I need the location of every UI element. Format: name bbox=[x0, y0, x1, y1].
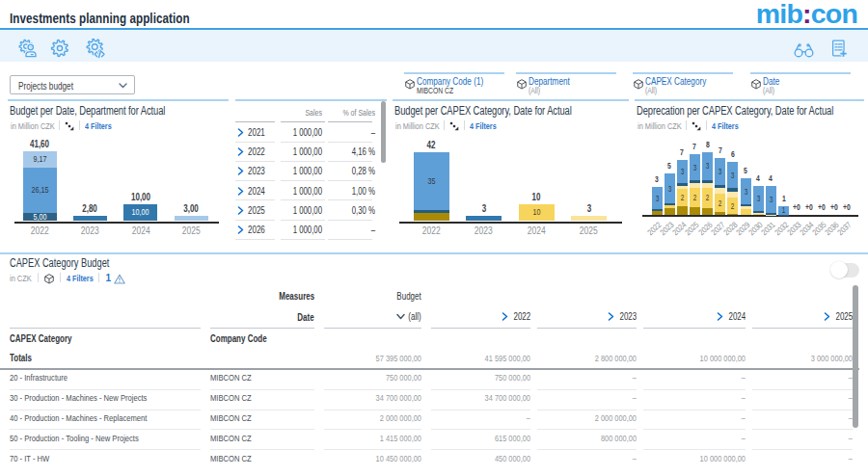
filter-token-capex-category[interactable]: CAPEX Category(All) bbox=[633, 72, 733, 97]
warning-count[interactable]: 1 bbox=[105, 273, 111, 283]
bar-segment[interactable] bbox=[753, 214, 764, 215]
add-form-icon[interactable] bbox=[830, 39, 847, 59]
user-settings-icon[interactable] bbox=[18, 39, 38, 58]
cube-icon[interactable] bbox=[44, 274, 54, 284]
bar-segment[interactable] bbox=[727, 214, 738, 215]
warning-icon[interactable] bbox=[114, 274, 125, 284]
developer-settings-icon[interactable] bbox=[86, 39, 106, 59]
bar-segment[interactable] bbox=[652, 209, 663, 211]
year-label: 2026 bbox=[248, 225, 265, 235]
row-expand-year[interactable]: 2024 bbox=[237, 186, 269, 197]
filter-value: (All) bbox=[645, 86, 657, 95]
year-column-header[interactable]: 2023 bbox=[537, 311, 637, 322]
bar-segment[interactable]: 35 bbox=[414, 152, 449, 210]
bar-value-label: 2 bbox=[678, 193, 686, 202]
bar-segment[interactable] bbox=[715, 188, 725, 195]
row-expand-year[interactable]: 2026 bbox=[237, 225, 269, 235]
bar-segment[interactable] bbox=[571, 216, 607, 221]
date-value[interactable]: (all) bbox=[324, 311, 421, 322]
filter-token-date[interactable]: Date(All) bbox=[750, 72, 851, 97]
year-drill[interactable]: 2023 bbox=[608, 311, 637, 322]
bar-segment[interactable] bbox=[414, 213, 449, 221]
row-value: – bbox=[665, 412, 746, 423]
bar-segment[interactable] bbox=[715, 212, 725, 215]
sales-value: 1 000,00 bbox=[277, 166, 322, 176]
bar-segment[interactable]: 10 bbox=[519, 204, 555, 221]
row-separator bbox=[752, 449, 853, 450]
bar-segment[interactable] bbox=[466, 216, 502, 221]
bar-segment[interactable] bbox=[677, 206, 688, 215]
bar-segment[interactable] bbox=[727, 188, 738, 191]
bar-segment[interactable] bbox=[766, 213, 776, 215]
table-toggle-switch[interactable] bbox=[831, 263, 859, 278]
bar-segment[interactable] bbox=[753, 213, 764, 214]
bar-segment[interactable] bbox=[677, 186, 688, 190]
bar-segment[interactable]: 26,15 bbox=[23, 168, 57, 213]
bar-segment[interactable] bbox=[741, 209, 751, 215]
bar-segment[interactable]: 2 bbox=[690, 188, 700, 207]
bar-segment[interactable] bbox=[702, 180, 713, 183]
row-expand-year[interactable]: 2025 bbox=[237, 205, 269, 216]
bar-total-label: 6 bbox=[714, 149, 752, 159]
bar-segment[interactable] bbox=[727, 192, 738, 198]
filters-link[interactable]: 4 Filters bbox=[67, 273, 94, 283]
bar-segment[interactable]: 10,00 bbox=[123, 204, 157, 222]
bar-segment[interactable] bbox=[665, 208, 675, 215]
bookmark-dropdown[interactable]: Projects budget bbox=[10, 75, 135, 94]
bar-segment[interactable] bbox=[175, 216, 208, 221]
year-column-header[interactable]: 2024 bbox=[643, 311, 746, 322]
bar-segment[interactable] bbox=[665, 203, 675, 205]
bar-segment[interactable] bbox=[741, 206, 751, 209]
bar-segment[interactable] bbox=[753, 211, 764, 213]
bar-segment[interactable] bbox=[741, 204, 751, 206]
year-column-header[interactable]: 2025 bbox=[752, 311, 853, 322]
bar-segment[interactable]: 5,00 bbox=[23, 213, 57, 222]
bar-segment[interactable] bbox=[690, 183, 700, 187]
bar-segment[interactable]: 2 bbox=[715, 194, 725, 212]
bar-segment[interactable]: 3 bbox=[665, 173, 675, 203]
bar-segment[interactable]: 3 bbox=[753, 186, 764, 212]
row-separator bbox=[752, 389, 853, 390]
header-underline bbox=[324, 328, 421, 329]
settings-gear-icon[interactable] bbox=[50, 39, 69, 58]
x-axis bbox=[399, 222, 623, 224]
bar-segment[interactable]: 3 bbox=[690, 154, 700, 180]
row-expand-year[interactable]: 2022 bbox=[237, 146, 269, 157]
bar-total-label: 41,60 bbox=[20, 139, 59, 149]
x-axis bbox=[14, 222, 220, 224]
bar-segment[interactable]: 2 bbox=[702, 188, 713, 208]
bar-segment[interactable]: 3 bbox=[677, 160, 688, 183]
bar-segment[interactable] bbox=[652, 211, 663, 215]
bar-segment[interactable] bbox=[414, 210, 449, 213]
year-drill[interactable]: 2025 bbox=[824, 311, 853, 322]
bar-segment[interactable]: 2 bbox=[677, 189, 688, 206]
filter-token-company-code[interactable]: Company Code (1)MIBCON CZ bbox=[404, 72, 504, 97]
bar-segment[interactable] bbox=[702, 183, 713, 188]
row-expand-year[interactable]: 2021 bbox=[237, 127, 269, 138]
bar-segment[interactable] bbox=[665, 205, 675, 208]
sales-value: 1 000,00 bbox=[277, 146, 322, 157]
row-expand-year[interactable]: 2023 bbox=[237, 166, 269, 176]
bar-segment[interactable] bbox=[702, 208, 713, 215]
date-drill[interactable]: (all) bbox=[396, 311, 421, 322]
year-drill[interactable]: 2022 bbox=[502, 311, 530, 322]
bar-segment[interactable] bbox=[677, 183, 688, 185]
bar-segment[interactable]: 9,17 bbox=[23, 151, 57, 167]
year-drill[interactable]: 2024 bbox=[717, 311, 746, 322]
reading-glasses-icon[interactable] bbox=[794, 42, 814, 58]
bar-segment[interactable]: 3 bbox=[715, 158, 725, 185]
bar-segment[interactable] bbox=[715, 185, 725, 188]
row-separator bbox=[324, 449, 421, 450]
vertical-scrollbar[interactable] bbox=[381, 101, 387, 164]
table-vertical-scrollbar[interactable] bbox=[853, 285, 859, 428]
bar-segment[interactable]: 2 bbox=[727, 198, 738, 214]
year-label: 2023 bbox=[619, 311, 637, 322]
row-category: 70 - IT - HW bbox=[10, 453, 162, 463]
filter-token-department[interactable]: Department(All) bbox=[516, 72, 616, 97]
bar-segment[interactable] bbox=[73, 216, 107, 221]
bar-segment[interactable] bbox=[690, 180, 700, 183]
bar-segment[interactable]: 3 bbox=[652, 187, 663, 209]
bar-segment[interactable]: 3 bbox=[702, 152, 713, 180]
bar-segment[interactable] bbox=[690, 207, 700, 215]
year-column-header[interactable]: 2022 bbox=[431, 311, 530, 322]
